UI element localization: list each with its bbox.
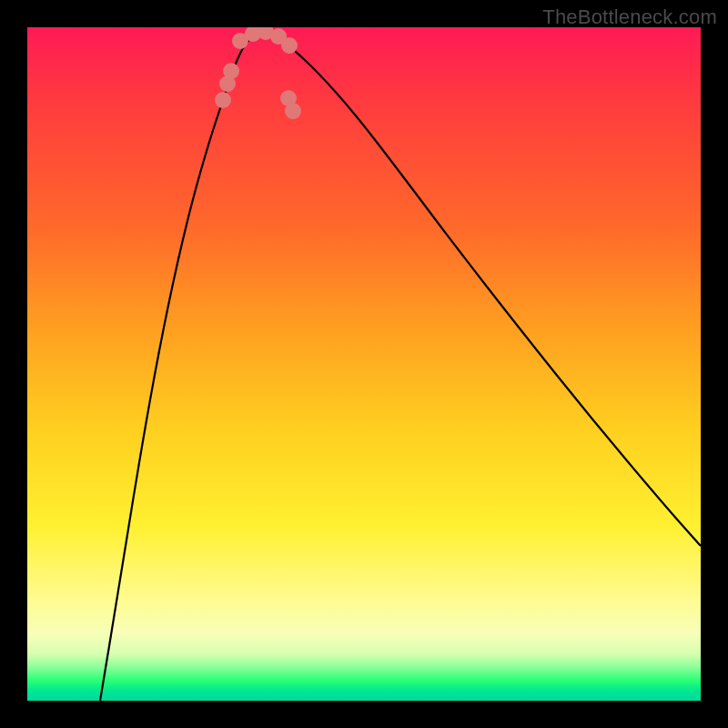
data-marker (285, 103, 301, 119)
chart-frame: TheBottleneck.com (0, 0, 728, 728)
data-marker (223, 63, 239, 79)
data-marker (281, 37, 298, 54)
curve-svg (27, 27, 701, 701)
data-markers (215, 27, 301, 119)
plot-area (27, 27, 701, 701)
watermark-label: TheBottleneck.com (542, 5, 717, 29)
data-marker (215, 92, 231, 108)
right-curve (259, 30, 701, 546)
left-curve (100, 30, 259, 701)
